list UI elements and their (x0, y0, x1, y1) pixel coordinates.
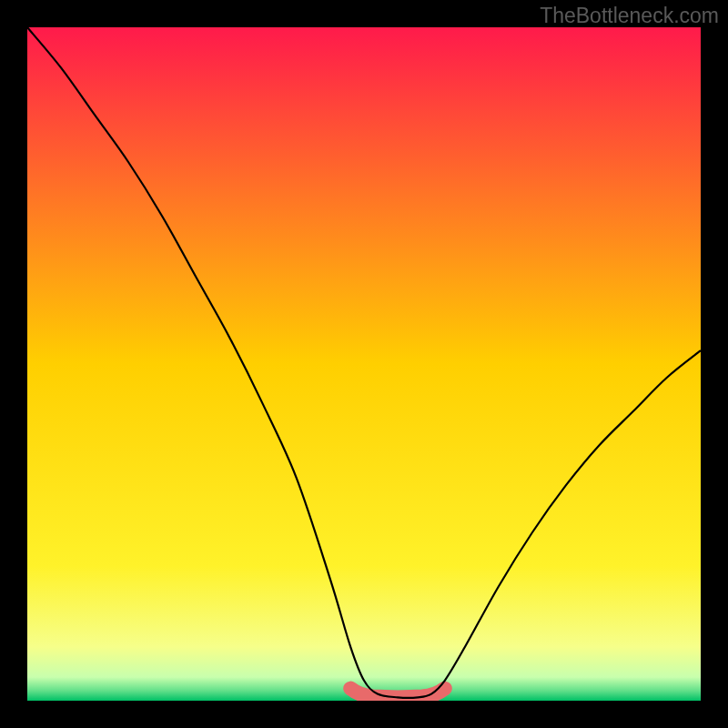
curve-layer (27, 27, 701, 701)
flat-segment-highlight (350, 689, 445, 698)
watermark-text: TheBottleneck.com (540, 4, 719, 28)
chart-stage: TheBottleneck.com (0, 0, 728, 728)
plot-area (27, 27, 701, 701)
bottleneck-curve (27, 27, 701, 698)
